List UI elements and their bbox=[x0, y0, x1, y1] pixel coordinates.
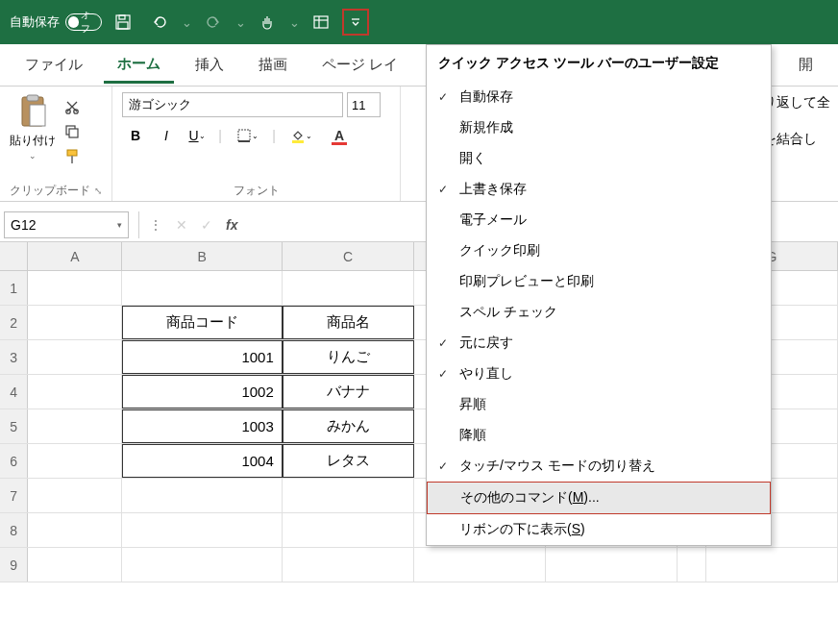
menu-item-label: クイック印刷 bbox=[459, 242, 759, 260]
customize-qat-button[interactable] bbox=[342, 9, 369, 36]
cell[interactable] bbox=[122, 479, 282, 512]
cell[interactable] bbox=[706, 548, 838, 582]
fill-color-button[interactable]: ⌄ bbox=[283, 123, 318, 148]
cell[interactable]: 商品コード bbox=[122, 306, 282, 339]
tab-truncated-2[interactable]: 開 bbox=[785, 48, 826, 82]
cell[interactable]: みかん bbox=[283, 409, 414, 443]
cell[interactable]: 1001 bbox=[122, 340, 282, 374]
row-header[interactable]: 1 bbox=[0, 271, 28, 305]
toggle-switch[interactable]: オフ bbox=[65, 13, 102, 31]
menu-item[interactable]: ✓上書き保存 bbox=[427, 174, 771, 205]
menu-item[interactable]: 開く bbox=[427, 143, 771, 174]
divider: | bbox=[214, 123, 226, 148]
cell[interactable] bbox=[122, 513, 282, 547]
font-name-input[interactable] bbox=[122, 92, 343, 117]
cell[interactable] bbox=[28, 375, 122, 409]
name-box[interactable]: G12 ▾ bbox=[4, 211, 129, 238]
format-painter-button[interactable] bbox=[62, 146, 83, 167]
cell[interactable]: 商品名 bbox=[283, 306, 414, 339]
cell[interactable]: バナナ bbox=[283, 375, 414, 409]
menu-item[interactable]: ✓自動保存 bbox=[427, 82, 771, 112]
cell[interactable] bbox=[28, 340, 122, 374]
cell[interactable]: りんご bbox=[283, 340, 414, 374]
row-header[interactable]: 9 bbox=[0, 548, 28, 582]
clipboard-launcher[interactable]: ⤡ bbox=[94, 186, 102, 196]
check-icon: ✓ bbox=[434, 90, 452, 104]
tab-file[interactable]: ファイル bbox=[12, 48, 96, 82]
cell[interactable]: レタス bbox=[283, 444, 414, 478]
row-header[interactable]: 4 bbox=[0, 375, 28, 409]
menu-item[interactable]: 昇順 bbox=[427, 389, 771, 420]
cell[interactable] bbox=[283, 513, 414, 547]
menu-show-below-ribbon[interactable]: リボンの下に表示(S) bbox=[427, 514, 771, 545]
menu-item[interactable]: 電子メール bbox=[427, 205, 771, 235]
tab-insert[interactable]: 挿入 bbox=[182, 48, 237, 82]
menu-item[interactable]: クイック印刷 bbox=[427, 235, 771, 266]
menu-item[interactable]: ✓やり直し bbox=[427, 359, 771, 389]
cell[interactable] bbox=[283, 479, 414, 512]
cell[interactable]: 1002 bbox=[122, 375, 282, 409]
name-box-chevron[interactable]: ▾ bbox=[117, 220, 122, 230]
menu-item[interactable]: ✓タッチ/マウス モードの切り替え bbox=[427, 451, 771, 482]
cell[interactable] bbox=[546, 548, 678, 582]
cell[interactable] bbox=[283, 271, 414, 305]
row-header[interactable]: 5 bbox=[0, 409, 28, 443]
cell[interactable]: 1004 bbox=[122, 444, 282, 478]
bold-button[interactable]: B bbox=[122, 123, 149, 148]
underline-button[interactable]: U ⌄ bbox=[184, 123, 210, 148]
cell[interactable] bbox=[122, 548, 282, 582]
cut-button[interactable] bbox=[62, 96, 83, 117]
paste-button[interactable]: 貼り付け ⌄ bbox=[10, 92, 56, 167]
font-color-button[interactable]: A bbox=[322, 123, 357, 148]
touch-mode-button[interactable] bbox=[252, 7, 283, 37]
menu-item[interactable]: 印刷プレビューと印刷 bbox=[427, 266, 771, 297]
menu-item[interactable]: 降順 bbox=[427, 420, 771, 451]
undo-chevron[interactable]: ⌄ bbox=[181, 15, 192, 30]
cell[interactable] bbox=[28, 271, 122, 305]
clipboard-group: 貼り付け ⌄ クリップボード ⤡ bbox=[0, 87, 112, 201]
autosave-toggle[interactable]: 自動保存 オフ bbox=[10, 13, 102, 31]
form-button[interactable] bbox=[306, 7, 336, 37]
cell[interactable] bbox=[678, 548, 706, 582]
border-button[interactable]: ⌄ bbox=[230, 123, 264, 148]
row-header[interactable]: 3 bbox=[0, 340, 28, 374]
cell[interactable] bbox=[414, 548, 546, 582]
cell[interactable] bbox=[283, 548, 414, 582]
tab-draw[interactable]: 描画 bbox=[245, 48, 301, 82]
cell[interactable] bbox=[28, 548, 122, 582]
cell[interactable] bbox=[28, 306, 122, 339]
undo-button[interactable] bbox=[144, 7, 175, 37]
save-button[interactable] bbox=[108, 7, 138, 37]
row-header[interactable]: 2 bbox=[0, 306, 28, 339]
tab-home[interactable]: ホーム bbox=[104, 47, 174, 84]
col-header[interactable]: B bbox=[122, 242, 283, 270]
cell[interactable] bbox=[122, 271, 282, 305]
menu-more-commands[interactable]: その他のコマンド(M)... bbox=[427, 482, 771, 514]
select-all-corner[interactable] bbox=[0, 242, 28, 270]
menu-item[interactable]: ✓元に戻す bbox=[427, 328, 771, 359]
paste-chevron[interactable]: ⌄ bbox=[29, 151, 37, 161]
font-size-input[interactable] bbox=[347, 92, 381, 117]
confirm-icon[interactable]: ✓ bbox=[201, 217, 212, 233]
cell[interactable]: 1003 bbox=[122, 409, 282, 443]
cell[interactable] bbox=[28, 409, 122, 443]
check-icon: ✓ bbox=[434, 336, 452, 350]
row-header[interactable]: 7 bbox=[0, 479, 28, 512]
col-header[interactable]: C bbox=[283, 242, 414, 270]
formula-dropdown-icon[interactable]: ⋮ bbox=[149, 217, 162, 233]
tab-pagelayout[interactable]: ページ レイ bbox=[308, 48, 411, 82]
redo-chevron[interactable]: ⌄ bbox=[234, 15, 246, 30]
copy-button[interactable] bbox=[62, 121, 83, 142]
italic-button[interactable]: I bbox=[153, 123, 180, 148]
col-header[interactable]: A bbox=[28, 242, 122, 270]
menu-item[interactable]: スペル チェック bbox=[427, 297, 771, 328]
cell[interactable] bbox=[28, 479, 122, 512]
menu-item[interactable]: 新規作成 bbox=[427, 112, 771, 143]
fx-icon[interactable]: fx bbox=[226, 217, 237, 233]
cell[interactable] bbox=[28, 444, 122, 478]
row-header[interactable]: 8 bbox=[0, 513, 28, 547]
cell[interactable] bbox=[28, 513, 122, 547]
row-header[interactable]: 6 bbox=[0, 444, 28, 478]
touch-chevron[interactable]: ⌄ bbox=[288, 15, 300, 30]
cancel-icon[interactable]: ✕ bbox=[176, 217, 187, 233]
